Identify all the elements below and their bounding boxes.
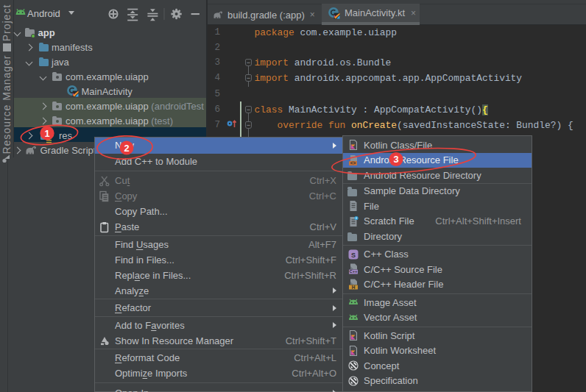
svg-text:3: 3 [393, 154, 398, 165]
svg-text:2: 2 [124, 143, 129, 154]
svg-text:1: 1 [44, 128, 49, 139]
